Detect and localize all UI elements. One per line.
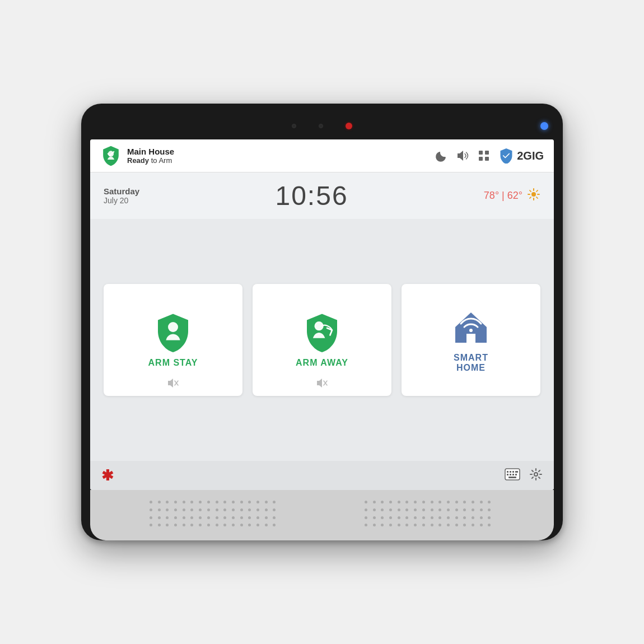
- smart-home-icon: [451, 307, 491, 347]
- speaker-dot: [480, 516, 483, 519]
- speaker-dot: [422, 524, 425, 526]
- speaker-dot: [166, 524, 169, 526]
- speaker-dot: [273, 501, 276, 503]
- speaker-dot: [183, 508, 185, 511]
- speaker-dot: [174, 508, 177, 511]
- speaker-dot: [398, 524, 400, 526]
- arm-stay-card[interactable]: ARM STAY: [104, 284, 242, 396]
- speaker-dot: [455, 516, 458, 519]
- speaker-dot: [431, 516, 433, 519]
- speaker-dot: [207, 501, 210, 503]
- speaker-dot: [414, 524, 417, 526]
- speaker-dot: [398, 516, 400, 519]
- grid-icon[interactable]: [477, 149, 491, 162]
- speaker-section: // Will be populated by init script: [90, 490, 554, 540]
- speaker-dot: [199, 508, 202, 511]
- speaker-dot: [256, 508, 259, 511]
- svg-point-23: [469, 329, 473, 332]
- speaker-dot: [190, 516, 193, 519]
- speaker-dot: [438, 516, 441, 519]
- speaker-dot: [463, 508, 466, 511]
- speaker-dot: [447, 516, 450, 519]
- svg-line-11: [530, 190, 531, 192]
- speaker-dot: [365, 524, 367, 526]
- volume-icon[interactable]: [456, 149, 469, 162]
- speaker-dot: [472, 516, 474, 519]
- date-block: Saturday July 20: [104, 186, 139, 205]
- arm-away-icon: [302, 312, 342, 352]
- speaker-dot: [248, 516, 251, 519]
- speaker-dot: [256, 524, 259, 526]
- speaker-dot: [183, 516, 185, 519]
- speaker-dot: [472, 508, 474, 511]
- speaker-dot: [422, 508, 425, 511]
- speaker-dot: [248, 524, 251, 526]
- speaker-dot: [166, 501, 169, 503]
- speaker-dot: [166, 516, 169, 519]
- time-display: 10:56: [275, 180, 348, 211]
- keyboard-icon[interactable]: [505, 468, 520, 483]
- speaker-dot: [463, 524, 466, 526]
- svg-marker-1: [458, 151, 463, 161]
- svg-rect-25: [507, 471, 508, 473]
- arm-away-card[interactable]: ARM AWAY: [253, 284, 391, 396]
- speaker-dot: [216, 524, 218, 526]
- arm-stay-icon: [153, 312, 193, 352]
- speaker-dot: [273, 524, 276, 526]
- svg-line-14: [530, 197, 531, 198]
- header-left: Main House Ready to Arm: [100, 145, 174, 166]
- speaker-dot: [223, 508, 226, 511]
- speaker-grille-right: [362, 498, 497, 532]
- svg-rect-26: [510, 471, 511, 473]
- bottom-bar: ✱: [90, 461, 554, 490]
- svg-marker-20: [317, 379, 322, 388]
- arm-away-mute-icon: [316, 379, 328, 389]
- settings-icon[interactable]: [529, 468, 543, 484]
- speaker-dot: [365, 516, 367, 519]
- speaker-dot: [488, 501, 491, 503]
- speaker-dot: [199, 501, 202, 503]
- smart-home-label-line1: SMART: [454, 353, 488, 363]
- camera: [346, 123, 352, 129]
- arm-stay-label: ARM STAY: [148, 358, 198, 368]
- speaker-dot: [431, 524, 433, 526]
- svg-rect-5: [485, 157, 489, 161]
- info-bar: Saturday July 20 10:56 78° | 62°: [90, 172, 554, 219]
- svg-rect-2: [479, 151, 483, 155]
- speaker-dot: [240, 524, 243, 526]
- svg-rect-28: [515, 471, 518, 473]
- speaker-dot: [381, 501, 384, 503]
- speaker-dot: [183, 524, 185, 526]
- ready-status: Ready to Arm: [127, 156, 174, 165]
- emergency-button[interactable]: ✱: [101, 467, 114, 484]
- speaker-dot: [365, 508, 367, 511]
- speaker-dot: [389, 516, 392, 519]
- arm-stay-mute-icon: [167, 379, 179, 389]
- bottom-right-icons: [505, 468, 543, 484]
- speaker-dot: [480, 508, 483, 511]
- speaker-dot: [431, 508, 433, 511]
- moon-icon[interactable]: [435, 149, 448, 162]
- speaker-dot: [150, 508, 152, 511]
- speaker-dot: [447, 524, 450, 526]
- speaker-dot: [365, 501, 367, 503]
- arm-away-label: ARM AWAY: [296, 358, 348, 368]
- speaker-grille-left: // Will be populated by init script: [147, 498, 282, 532]
- speaker-dot: [174, 516, 177, 519]
- smart-home-card[interactable]: SMART HOME: [402, 284, 540, 396]
- location-name: Main House: [127, 147, 174, 156]
- brand-name: 2GIG: [517, 150, 544, 162]
- speaker-dot: [414, 516, 417, 519]
- brand-logo: 2GIG: [498, 148, 544, 164]
- svg-rect-31: [512, 474, 514, 475]
- speaker-dot: [158, 524, 161, 526]
- speaker-dot: [232, 524, 235, 526]
- speaker-dot: [190, 524, 193, 526]
- speaker-dot: [389, 501, 392, 503]
- speaker-dot: [207, 516, 210, 519]
- status-prefix: Ready: [127, 156, 149, 165]
- speaker-dot: [447, 508, 450, 511]
- speaker-dot: [256, 501, 259, 503]
- svg-marker-16: [168, 379, 173, 388]
- speaker-dot: [240, 508, 243, 511]
